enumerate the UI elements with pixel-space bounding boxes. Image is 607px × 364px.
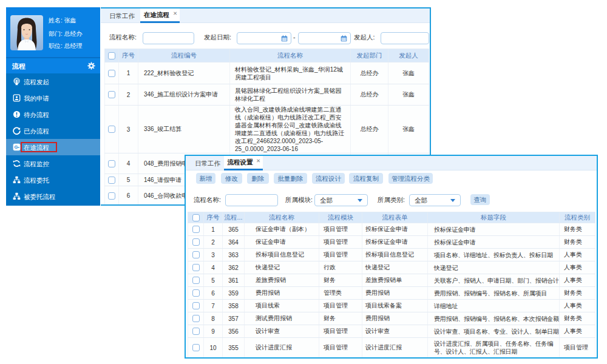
svg-text:G: G bbox=[14, 144, 18, 150]
